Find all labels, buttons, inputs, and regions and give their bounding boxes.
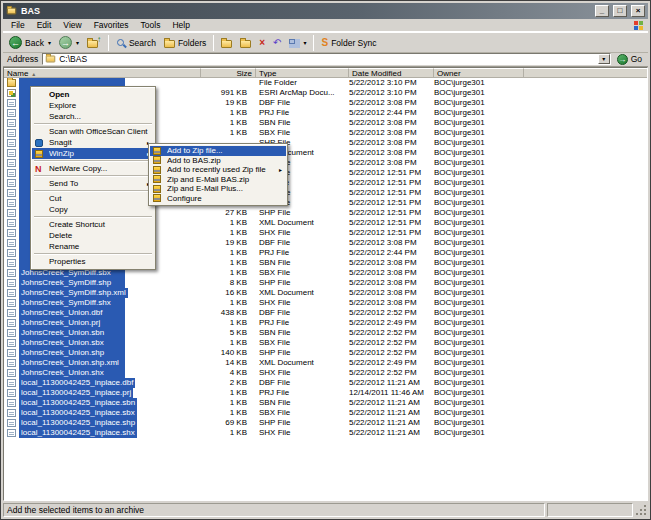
- go-button[interactable]: → Go: [615, 54, 644, 65]
- menu-item[interactable]: Properties: [32, 256, 154, 267]
- menu-item[interactable]: Cut: [32, 193, 154, 204]
- back-dropdown-icon[interactable]: ▾: [48, 39, 51, 46]
- file-date-modified: 5/22/2012 11:21 AM: [349, 408, 434, 418]
- file-icon: [7, 289, 16, 297]
- menu-item-icon: [35, 150, 43, 158]
- menu-item[interactable]: Add to BAS.zip: [150, 156, 286, 166]
- maximize-button[interactable]: □: [613, 5, 627, 17]
- file-icon: [7, 149, 16, 157]
- back-button[interactable]: ← Back ▾: [6, 35, 54, 50]
- menu-item[interactable]: Add to Zip file...: [150, 146, 286, 156]
- undo-button[interactable]: ↶: [270, 37, 284, 49]
- menu-view[interactable]: View: [57, 20, 87, 30]
- file-size: 1 KB: [201, 248, 256, 258]
- menu-item[interactable]: Scan with OfficeScan Client: [32, 126, 154, 137]
- menu-item[interactable]: Rename: [32, 241, 154, 252]
- table-row[interactable]: JohnsCreek_SymDiff.shp 8 KB SHP File 5/2…: [4, 278, 647, 288]
- file-icon: [7, 269, 16, 277]
- file-name-cell: JohnsCreek_SymDiff.shx: [4, 298, 201, 308]
- table-row[interactable]: JohnsCreek_Union.dbf 438 KB DBF File 5/2…: [4, 308, 647, 318]
- table-row[interactable]: JohnsCreek_Union.sbn 5 KB SBN File 5/22/…: [4, 328, 647, 338]
- menu-item[interactable]: NetWare Copy...: [32, 163, 154, 174]
- menu-item-label: Scan with OfficeScan Client: [49, 127, 148, 136]
- menu-file[interactable]: File: [5, 20, 31, 30]
- resize-grip[interactable]: [635, 503, 648, 517]
- table-row[interactable]: JohnsCreek_Union.sbx 1 KB SBX File 5/22/…: [4, 338, 647, 348]
- toolbar: ← Back ▾ → ▾ ↑ Search Folders ×: [3, 32, 648, 53]
- up-button[interactable]: ↑: [84, 37, 104, 49]
- title-bar[interactable]: BAS _ □ ×: [3, 3, 648, 19]
- minimize-button[interactable]: _: [595, 5, 609, 17]
- menu-item[interactable]: WinZip ▸: [32, 148, 154, 159]
- forward-dropdown-icon[interactable]: ▾: [76, 39, 79, 46]
- menu-help[interactable]: Help: [166, 20, 195, 30]
- table-row[interactable]: JohnsCreek_Union.shp 140 KB SHP File 5/2…: [4, 348, 647, 358]
- file-type: SHP File: [256, 278, 349, 288]
- file-icon: [7, 229, 16, 237]
- menu-item-label: NetWare Copy...: [49, 164, 148, 173]
- menu-item[interactable]: Send To ▸: [32, 178, 154, 189]
- file-date-modified: 5/22/2012 3:08 PM: [349, 298, 434, 308]
- address-dropdown-icon[interactable]: ▾: [598, 54, 610, 64]
- menu-item[interactable]: Create Shortcut: [32, 219, 154, 230]
- file-owner: BOC\jurge301: [434, 148, 647, 158]
- file-icon: [7, 369, 16, 377]
- forward-button[interactable]: → ▾: [56, 35, 82, 50]
- menu-item[interactable]: Zip and E-Mail BAS.zip: [150, 175, 286, 185]
- table-row[interactable]: JohnsCreek_Union.shx 4 KB SHX File 5/22/…: [4, 368, 647, 378]
- delete-button[interactable]: ×: [256, 37, 268, 49]
- menu-item-icon: [35, 102, 43, 110]
- table-row[interactable]: local_11300042425_inplace.prj 1 KB PRJ F…: [4, 388, 647, 398]
- menu-item[interactable]: Explore: [32, 100, 154, 111]
- menu-item[interactable]: Configure: [150, 194, 286, 204]
- column-header-size[interactable]: Size: [201, 68, 256, 78]
- move-to-button[interactable]: [218, 37, 235, 49]
- menu-item-label: Copy: [49, 205, 148, 214]
- column-header-name[interactable]: Name▴: [4, 68, 201, 78]
- menu-item[interactable]: Delete: [32, 230, 154, 241]
- menu-favorites[interactable]: Favorites: [88, 20, 135, 30]
- table-row[interactable]: local_11300042425_inplace.shx 1 KB SHX F…: [4, 428, 647, 438]
- column-header-date-modified[interactable]: Date Modified: [349, 68, 434, 78]
- table-row[interactable]: JohnsCreek_SymDiff.shx 1 KB SHX File 5/2…: [4, 298, 647, 308]
- file-owner: BOC\jurge301: [434, 188, 647, 198]
- table-row[interactable]: local_11300042425_inplace.sbx 1 KB SBX F…: [4, 408, 647, 418]
- file-name-cell: JohnsCreek_Union.dbf: [4, 308, 201, 318]
- file-type: SBN File: [256, 258, 349, 268]
- table-row[interactable]: local_11300042425_inplace.sbn 1 KB SBN F…: [4, 398, 647, 408]
- copy-to-button[interactable]: [237, 37, 254, 49]
- close-button[interactable]: ×: [631, 5, 645, 17]
- file-size: 991 KB: [201, 88, 256, 98]
- column-header-owner[interactable]: Owner: [434, 68, 524, 78]
- menu-item[interactable]: Add to recently used Zip file ▸: [150, 165, 286, 175]
- menu-item[interactable]: Zip and E-Mail Plus...: [150, 184, 286, 194]
- file-date-modified: 5/22/2012 3:08 PM: [349, 288, 434, 298]
- file-icon: [7, 119, 16, 127]
- folder-sync-button[interactable]: S Folder Sync: [318, 37, 379, 49]
- file-name: JohnsCreek_Union.sbn: [19, 328, 125, 338]
- menu-item[interactable]: Snagit ▸: [32, 137, 154, 148]
- file-size: 1 KB: [201, 298, 256, 308]
- search-button[interactable]: Search: [113, 37, 159, 49]
- file-icon: [7, 249, 16, 257]
- menu-item[interactable]: Copy: [32, 204, 154, 215]
- views-button[interactable]: ▾: [286, 37, 309, 48]
- file-icon: [7, 179, 16, 187]
- file-date-modified: 5/22/2012 3:10 PM: [349, 78, 434, 88]
- column-header-type[interactable]: Type: [256, 68, 349, 78]
- menu-item-label: Create Shortcut: [49, 220, 148, 229]
- table-row[interactable]: JohnsCreek_Union.prj 1 KB PRJ File 5/22/…: [4, 318, 647, 328]
- menu-edit[interactable]: Edit: [31, 20, 58, 30]
- table-row[interactable]: local_11300042425_inplace.dbf 2 KB DBF F…: [4, 378, 647, 388]
- menu-tools[interactable]: Tools: [135, 20, 167, 30]
- menu-item[interactable]: Search...: [32, 111, 154, 122]
- file-size: 19 KB: [201, 238, 256, 248]
- menu-item-icon: [153, 147, 161, 155]
- file-size: 16 KB: [201, 288, 256, 298]
- table-row[interactable]: JohnsCreek_SymDiff.shp.xml 16 KB XML Doc…: [4, 288, 647, 298]
- menu-item[interactable]: Open: [32, 89, 154, 100]
- table-row[interactable]: local_11300042425_inplace.shp 69 KB SHP …: [4, 418, 647, 428]
- address-input[interactable]: C:\BAS ▾: [42, 53, 610, 65]
- folders-button[interactable]: Folders: [161, 37, 209, 49]
- table-row[interactable]: JohnsCreek_Union.shp.xml 14 KB XML Docum…: [4, 358, 647, 368]
